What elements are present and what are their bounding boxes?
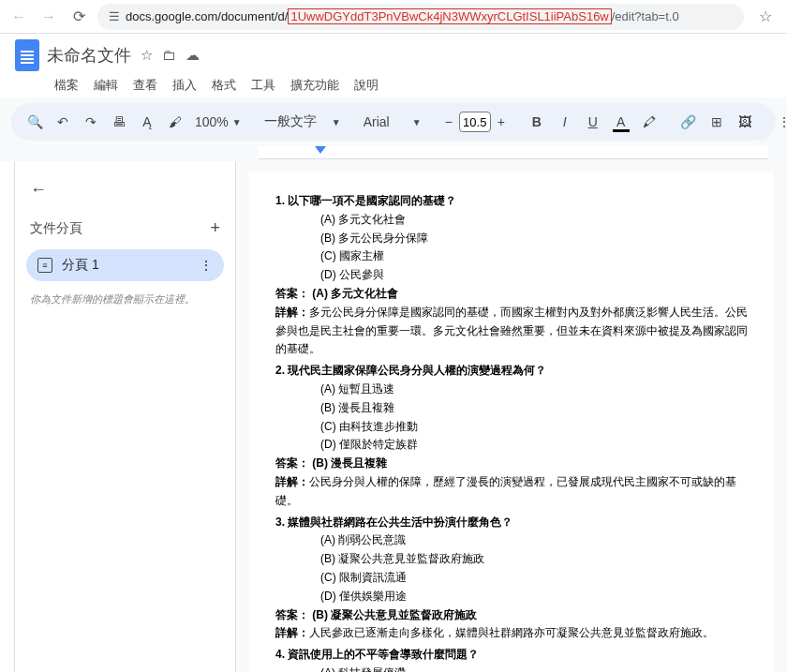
menu-help[interactable]: 說明 (349, 73, 384, 97)
move-icon[interactable]: 🗀 (162, 47, 176, 64)
q2-option-d: (D) 僅限於特定族群 (275, 436, 748, 455)
redo-button[interactable]: ↷ (79, 110, 103, 134)
q2-explanation: 詳解：公民身分與人權的保障，歷經了漫長的演變過程，已發展成現代民主國家不可或缺的… (275, 473, 748, 511)
outline-back-button[interactable]: ← (26, 176, 224, 203)
insert-image-button[interactable]: 🖼 (733, 110, 757, 134)
menu-file[interactable]: 檔案 (49, 73, 84, 97)
q3-option-b: (B) 凝聚公共意見並監督政府施政 (275, 550, 748, 569)
q4-option-a: (A) 科技發展停滯 (275, 665, 748, 672)
url-bar[interactable]: ☰ docs.google.com/document/d/1UwwDGYddT3… (97, 4, 744, 30)
underline-button[interactable]: U (581, 110, 605, 134)
font-select[interactable]: Arial▼ (360, 114, 425, 129)
search-button[interactable]: 🔍 (22, 110, 47, 134)
spellcheck-button[interactable]: Ą (135, 110, 159, 134)
add-comment-button[interactable]: ⊞ (705, 110, 729, 134)
menu-format[interactable]: 格式 (206, 73, 242, 97)
q1-explanation: 詳解：多元公民身分保障是國家認同的基礎，而國家主權對內及對外都廣泛影響人民生活。… (275, 304, 748, 359)
q2-title: 2. 現代民主國家保障公民身分與人權的演變過程為何？ (275, 362, 748, 381)
print-button[interactable]: 🖶 (107, 110, 131, 134)
document-page[interactable]: 1. 以下哪一項不是國家認同的基礎？ (A) 多元文化社會 (B) 多元公民身分… (249, 172, 774, 672)
url-doc-id: 1UwwDGYddT3PnVBwCk4jN3WWxyrCLGtISL1iiPAb… (288, 8, 611, 24)
docs-header: 未命名文件 ☆ 🗀 ☁ 檔案 編輯 查看 插入 格式 工具 擴充功能 說明 (0, 34, 787, 97)
horizontal-ruler[interactable] (15, 146, 787, 161)
outline-panel: ← 文件分頁 + ≡ 分頁 1 ⋮ 你為文件新增的標題會顯示在這裡。 (15, 161, 236, 672)
q2-option-c: (C) 由科技進步推動 (275, 418, 748, 437)
outline-header-label: 文件分頁 (30, 220, 82, 237)
bookmark-star-icon[interactable]: ☆ (751, 7, 780, 25)
q2-option-b: (B) 漫長且複雜 (275, 399, 748, 418)
undo-button[interactable]: ↶ (51, 110, 75, 134)
q4-title: 4. 資訊使用上的不平等會導致什麼問題？ (275, 646, 748, 665)
q1-answer: 答案： (A) 多元文化社會 (275, 285, 748, 304)
font-size-increase[interactable]: + (493, 113, 510, 130)
q3-answer: 答案： (B) 凝聚公共意見並監督政府施政 (275, 606, 748, 625)
bold-button[interactable]: B (525, 110, 549, 134)
outline-header: 文件分頁 + (26, 218, 224, 249)
paragraph-style-select[interactable]: 一般文字▼ (260, 113, 345, 130)
menu-bar: 檔案 編輯 查看 插入 格式 工具 擴充功能 說明 (49, 73, 772, 97)
font-size-input[interactable] (459, 112, 491, 132)
font-size-control: − + (440, 112, 510, 132)
zoom-select[interactable]: 100%▼ (191, 114, 245, 129)
menu-view[interactable]: 查看 (127, 73, 163, 97)
tab-icon: ≡ (37, 258, 52, 273)
site-info-icon: ☰ (109, 9, 120, 23)
document-title[interactable]: 未命名文件 (47, 44, 131, 67)
menu-extensions[interactable]: 擴充功能 (285, 73, 345, 97)
q1-option-a: (A) 多元文化社會 (275, 211, 748, 230)
paint-format-button[interactable]: 🖌 (163, 110, 187, 134)
more-tools-button[interactable]: ⋮ (772, 110, 787, 134)
q1-option-c: (C) 國家主權 (275, 247, 748, 266)
tab-menu-button[interactable]: ⋮ (200, 258, 213, 273)
toolbar: 🔍 ↶ ↷ 🖶 Ą 🖌 100%▼ 一般文字▼ Arial▼ − + B I U… (11, 103, 776, 141)
url-domain: docs.google.com/document/d/ (126, 9, 288, 23)
italic-button[interactable]: I (553, 110, 577, 134)
q3-explanation: 詳解：人民參政已逐漸走向多樣化，媒體與社群網路亦可凝聚公共意見並監督政府施政。 (275, 624, 748, 643)
document-area[interactable]: 1. 以下哪一項不是國家認同的基礎？ (A) 多元文化社會 (B) 多元公民身分… (236, 161, 787, 672)
q3-option-c: (C) 限制資訊流通 (275, 569, 748, 588)
text-color-button[interactable]: A (609, 110, 633, 134)
add-tab-button[interactable]: + (210, 218, 220, 238)
back-button[interactable]: ← (7, 6, 30, 28)
q2-answer: 答案： (B) 漫長且複雜 (275, 455, 748, 473)
vertical-ruler[interactable] (0, 161, 15, 672)
url-suffix: /edit?tab=t.0 (612, 9, 679, 23)
q1-title: 1. 以下哪一項不是國家認同的基礎？ (275, 192, 748, 211)
menu-edit[interactable]: 編輯 (88, 73, 124, 97)
outline-tab-label: 分頁 1 (62, 257, 99, 274)
q3-title: 3. 媒體與社群網路在公共生活中扮演什麼角色？ (275, 514, 748, 532)
q1-option-b: (B) 多元公民身分保障 (275, 230, 748, 248)
reload-button[interactable]: ⟳ (67, 6, 90, 28)
font-size-decrease[interactable]: − (440, 113, 457, 130)
outline-tab-item[interactable]: ≡ 分頁 1 ⋮ (26, 249, 224, 281)
browser-bar: ← → ⟳ ☰ docs.google.com/document/d/1UwwD… (0, 0, 787, 34)
q2-option-a: (A) 短暫且迅速 (275, 381, 748, 399)
q1-option-d: (D) 公民參與 (275, 266, 748, 285)
highlight-color-button[interactable]: 🖍 (637, 110, 661, 134)
menu-tools[interactable]: 工具 (245, 73, 281, 97)
q3-option-a: (A) 削弱公民意識 (275, 531, 748, 550)
main-area: ← 文件分頁 + ≡ 分頁 1 ⋮ 你為文件新增的標題會顯示在這裡。 1. 以下… (0, 161, 787, 672)
docs-logo-icon[interactable] (15, 39, 39, 71)
q3-option-d: (D) 僅供娛樂用途 (275, 588, 748, 606)
insert-link-button[interactable]: 🔗 (676, 110, 701, 134)
outline-hint: 你為文件新增的標題會顯示在這裡。 (26, 292, 224, 306)
forward-button[interactable]: → (37, 6, 60, 28)
menu-insert[interactable]: 插入 (167, 73, 202, 97)
cloud-icon[interactable]: ☁ (186, 47, 200, 64)
star-icon[interactable]: ☆ (141, 47, 153, 64)
